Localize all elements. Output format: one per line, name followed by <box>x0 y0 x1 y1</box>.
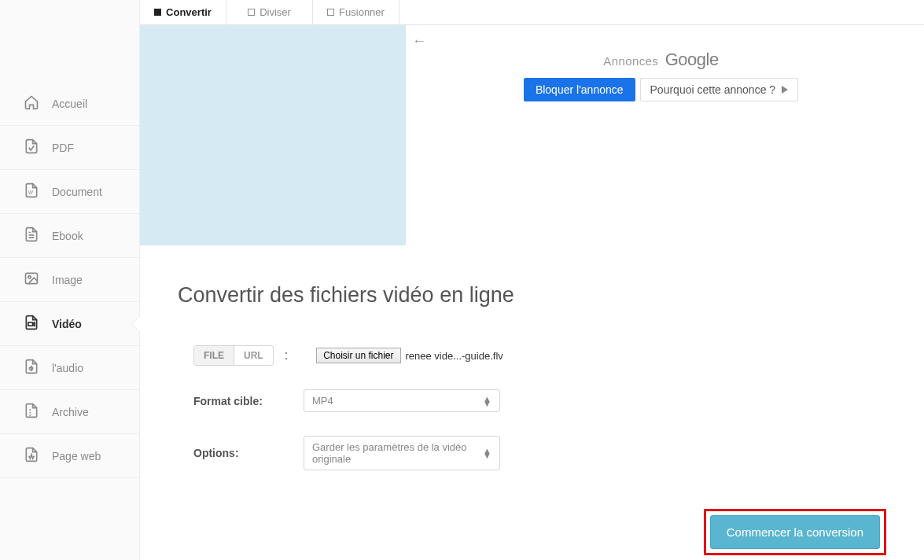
ad-placeholder-left <box>140 25 406 245</box>
svg-rect-3 <box>28 322 33 326</box>
sidebar-item-audio[interactable]: l'audio <box>0 346 139 390</box>
options-row: Options: Garder les paramètres de la vid… <box>193 436 886 470</box>
tab-label: Fusionner <box>339 6 385 18</box>
start-conversion-button[interactable]: Commencer la conversion <box>710 515 880 549</box>
options-select[interactable]: Garder les paramètres de la vidéo origin… <box>304 436 500 470</box>
sidebar-item-web[interactable]: Page web <box>0 434 139 478</box>
square-icon <box>248 9 255 16</box>
home-icon <box>24 94 39 112</box>
image-icon <box>24 271 39 289</box>
sidebar: AccueilPDFWDocumentEbookImageVidéol'audi… <box>0 0 140 560</box>
ad-row: ← Annonces Google Bloquer l'annonce Pour… <box>140 25 924 245</box>
sidebar-item-label: PDF <box>52 142 74 154</box>
archive-icon <box>24 403 39 421</box>
square-icon <box>154 9 161 16</box>
format-select[interactable]: MP4 ▲▼ <box>304 389 500 412</box>
tab-convertir[interactable]: Convertir <box>140 0 226 24</box>
options-label: Options: <box>193 447 304 459</box>
ebook-icon <box>24 227 39 245</box>
sidebar-item-label: Accueil <box>52 98 87 110</box>
chosen-file-name: renee vide...-guide.flv <box>406 350 503 362</box>
options-value: Garder les paramètres de la vidéo origin… <box>312 441 483 465</box>
format-label: Format cible: <box>193 395 304 407</box>
source-toggle[interactable]: FILE URL <box>193 345 274 366</box>
ads-label: Annonces <box>603 54 658 68</box>
tab-label: Diviser <box>260 6 291 18</box>
sidebar-item-label: Archive <box>52 406 89 418</box>
doc-icon: W <box>24 182 39 201</box>
svg-point-2 <box>28 276 31 278</box>
tab-fusionner[interactable]: Fusionner <box>313 0 399 24</box>
content: Convertir des fichiers vidéo en ligne FI… <box>140 245 924 560</box>
tabs: ConvertirDiviserFusionner <box>140 0 924 25</box>
format-value: MP4 <box>312 395 333 407</box>
audio-icon <box>24 359 39 377</box>
conversion-form: FILE URL : Choisir un fichier renee vide… <box>178 345 886 470</box>
page-title: Convertir des fichiers vidéo en ligne <box>178 283 886 308</box>
sidebar-item-pdf[interactable]: PDF <box>0 126 139 170</box>
source-url-tab[interactable]: URL <box>234 346 273 365</box>
colon: : <box>285 348 288 363</box>
sidebar-item-label: Document <box>52 186 102 198</box>
tab-diviser[interactable]: Diviser <box>226 0 313 24</box>
format-row: Format cible: MP4 ▲▼ <box>193 389 886 412</box>
sidebar-item-label: Image <box>52 274 83 286</box>
tab-label: Convertir <box>166 6 212 18</box>
main: ConvertirDiviserFusionner ← Annonces Goo… <box>140 0 924 560</box>
block-ad-button[interactable]: Bloquer l'annonce <box>524 78 635 101</box>
updown-icon: ▲▼ <box>483 448 491 458</box>
choose-file-button[interactable]: Choisir un fichier <box>316 348 400 363</box>
web-icon <box>24 447 39 465</box>
play-icon <box>782 86 788 94</box>
updown-icon: ▲▼ <box>483 396 491 406</box>
sidebar-item-ebook[interactable]: Ebook <box>0 214 139 258</box>
submit-highlight: Commencer la conversion <box>704 509 886 555</box>
google-logo-text: Google <box>665 50 719 69</box>
pdf-icon <box>24 138 39 157</box>
why-ad-button[interactable]: Pourquoi cette annonce ? <box>640 78 799 101</box>
sidebar-item-doc[interactable]: WDocument <box>0 170 139 214</box>
square-icon <box>327 9 334 16</box>
ad-placeholder-right: ← Annonces Google Bloquer l'annonce Pour… <box>406 25 924 245</box>
sidebar-item-image[interactable]: Image <box>0 258 139 302</box>
sidebar-item-label: Ebook <box>52 230 83 242</box>
sidebar-item-home[interactable]: Accueil <box>0 82 139 126</box>
video-icon <box>24 315 39 333</box>
svg-text:W: W <box>28 190 34 195</box>
sidebar-item-archive[interactable]: Archive <box>0 390 139 434</box>
back-arrow-icon[interactable]: ← <box>412 33 911 50</box>
sidebar-item-video[interactable]: Vidéo <box>0 302 139 346</box>
sidebar-item-label: l'audio <box>52 362 83 374</box>
sidebar-item-label: Vidéo <box>52 318 82 330</box>
source-row: FILE URL : Choisir un fichier renee vide… <box>193 345 886 366</box>
sidebar-item-label: Page web <box>52 450 101 462</box>
source-file-tab[interactable]: FILE <box>194 346 234 365</box>
why-ad-label: Pourquoi cette annonce ? <box>650 83 776 96</box>
